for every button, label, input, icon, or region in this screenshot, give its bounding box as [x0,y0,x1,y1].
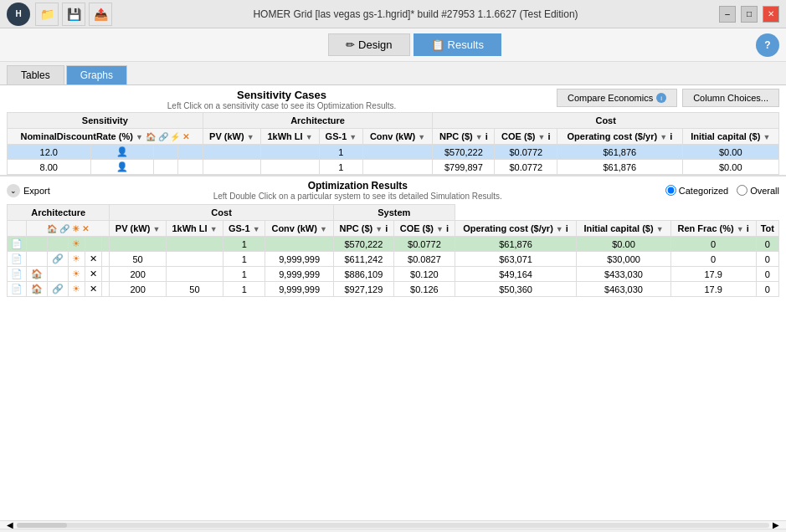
opt-opcost-sort: ▼ [556,225,563,233]
opt-pv-1 [110,237,167,252]
opt-conv-4: 9,999,999 [265,282,333,297]
opt-subtitle: Left Double Click on a particular system… [213,192,502,201]
opt-icon-c1 [85,237,101,252]
column-choices-label: Column Choices... [693,93,768,103]
sensitivity-header-row: Sensitivity Cases Left Click on a sensit… [0,85,786,112]
opt-row-2[interactable]: 📄 🔗 ☀ ✕ 50 1 9,999,999 $611,242 $0.0827 … [8,252,779,267]
opt-initcap-sort: ▼ [656,225,664,233]
opt-npc-4: $927,129 [333,282,393,297]
page-tabs: Tables Graphs [0,62,786,85]
opt-icons-header: 🏠 🔗 ☀ ✕ [27,221,110,237]
opt-initcap-header: Initial capital ($) ▼ [577,221,670,237]
opt-tot-header: Tot [756,221,778,237]
opt-pv-icon2: ☀ [68,252,85,267]
opt-row-3[interactable]: 📄 🏠 ☀ ✕ 200 1 9,999,999 $886,109 $0.120 … [8,267,779,282]
opt-npc-sort: ▼ [375,225,383,233]
tab-tables[interactable]: Tables [7,65,64,84]
npc-cell-1: $570,222 [433,145,495,160]
opt-icon-e4 [101,282,110,297]
tab-design[interactable]: ✏ Design [328,33,409,56]
opt-li-3 [166,267,223,282]
maximize-btn[interactable]: □ [741,6,758,23]
opt-row-1[interactable]: 📄 ☀ 1 $570,222 $0.0772 $61,876 $0.00 [8,237,779,252]
opt-icon-e3 [101,267,110,282]
opt-pv-4: 200 [110,282,167,297]
li-cell-1 [261,145,320,160]
opcost-header: Operating cost ($/yr) ▼ i [557,129,682,145]
opt-npc-3: $886,109 [333,267,393,282]
npc-info: i [485,131,488,141]
scroll-left-btn[interactable]: ◀ [7,520,13,529]
info-icon: i [656,93,666,103]
conv-cell-2 [362,160,433,175]
title-bar: H 📁 💾 📤 HOMER Grid [las vegas gs-1.hgrid… [0,0,786,28]
compare-economics-btn[interactable]: Compare Economics i [557,89,677,107]
opt-opcost-4: $50,360 [455,282,576,297]
person-icon-1: 👤 [116,146,128,156]
toolbar-btn-open[interactable]: 📁 [35,3,59,26]
opt-gs1-sort: ▼ [253,225,260,233]
opt-opcost-header: Operating cost ($/yr) ▼ i [455,221,576,237]
scroll-right-btn[interactable]: ▶ [773,520,779,529]
opt-li-sort: ▼ [210,225,218,233]
optimization-table-wrap: Architecture Cost System 🏠 🔗 ☀ ✕ PV (kW)… [0,204,786,520]
opt-tot-3: 0 [756,267,778,282]
column-choices-btn[interactable]: Column Choices... [682,89,779,107]
sensitivity-title: Sensitivity Cases [7,89,557,101]
pv-header: PV (kW) ▼ [203,129,260,145]
li-cell-2 [261,160,320,175]
minimize-btn[interactable]: – [719,6,736,23]
opt-doc-4: 📄 [8,282,27,297]
scroll-thumb[interactable] [17,523,67,528]
sensitivity-row-2[interactable]: 8.00 👤 1 $799,897 $0.0772 $61,876 $0.00 [8,160,779,175]
architecture-col-header: Architecture [203,113,433,129]
opt-icon-house: 🏠 [47,224,57,233]
opt-icon-e2 [101,252,110,267]
optimization-header: ⌄ Export Optimization Results Left Doubl… [0,176,786,204]
opt-row-4[interactable]: 📄 🏠 🔗 ☀ ✕ 200 50 1 9,999,999 $927,129 $0… [8,282,779,297]
initcap-cell-1: $0.00 [682,145,779,160]
opt-icon-d1 [101,237,110,252]
tab-graphs[interactable]: Graphs [66,65,127,84]
opt-doc-header [8,221,27,237]
opt-renfrac-4: 17.9 [670,282,756,297]
sensitivity-header-center: Sensitivity Cases Left Click on a sensit… [7,89,557,110]
help-btn[interactable]: ? [756,33,779,57]
toolbar-btn-export[interactable]: 📤 [89,3,112,26]
export-btn[interactable]: ⌄ Export [7,184,50,197]
scroll-track [17,523,769,528]
cost-col-header: Cost [433,113,779,129]
opt-renfrac-2: 0 [670,252,756,267]
tab-results[interactable]: 📋 Results [414,33,501,56]
opt-gs1-header: GS-1 ▼ [223,221,265,237]
sensitivity-icons: 🏠 🔗 ⚡ ✕ [146,132,189,141]
app-logo: H [7,3,30,26]
design-icon: ✏ [346,38,355,51]
opt-opcost-info: i [566,223,568,233]
horizontal-scrollbar[interactable]: ◀ ▶ [0,520,786,529]
categorized-input[interactable] [665,185,676,196]
opt-gs1-3: 1 [223,267,265,282]
close-btn[interactable]: ✕ [763,6,779,23]
pv-sort: ▼ [247,133,254,141]
npc-sort: ▼ [475,133,483,141]
opt-arch-header: Architecture [8,205,110,221]
sensitivity-row-1[interactable]: 12.0 👤 1 $570,222 $0.0772 $61,876 $0.00 [8,145,779,160]
sort-icon: ▼ [136,133,143,141]
overall-radio[interactable]: Overall [737,185,779,196]
coe-sort: ▼ [537,133,545,141]
discount-rate-header: NominalDiscountRate (%) ▼ 🏠 🔗 ⚡ ✕ [8,129,203,145]
opt-icon-link2: 🔗 [47,252,68,267]
sensitivity-actions: Compare Economics i Column Choices... [557,89,779,107]
opt-tot-2: 0 [756,252,778,267]
categorized-radio[interactable]: Categorized [665,185,728,196]
optimization-section: ⌄ Export Optimization Results Left Doubl… [0,175,786,529]
toolbar-btn-save[interactable]: 💾 [62,3,85,26]
window-controls: – □ ✕ [719,6,779,23]
opt-li-header: 1kWh LI ▼ [166,221,223,237]
opt-tot-4: 0 [756,282,778,297]
gs1-cell-1: 1 [320,145,363,160]
compare-label: Compare Economics [568,93,653,103]
overall-input[interactable] [737,185,747,196]
coe-info: i [547,131,550,141]
